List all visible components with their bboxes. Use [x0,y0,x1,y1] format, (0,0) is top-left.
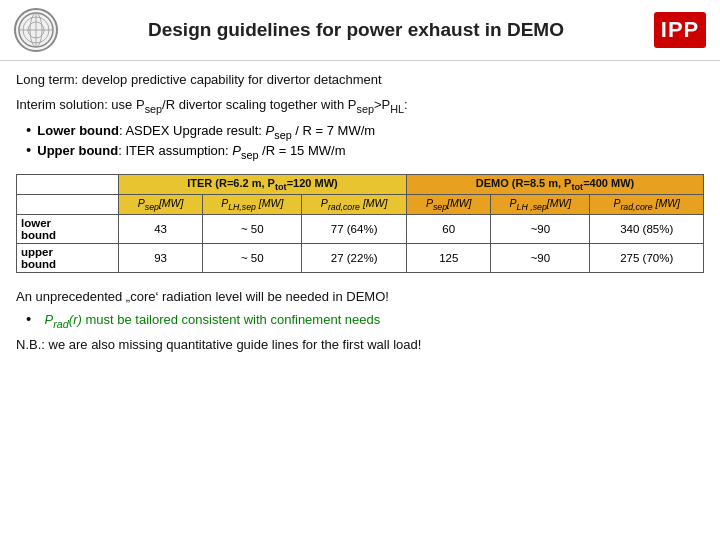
iter-col-psep: Psep[MW] [118,195,202,215]
table-row-upper: upperbound 93 ~ 50 27 (22%) 125 ~90 275 … [17,244,704,273]
para-unprecedented: An unprecedented „core‘ radiation level … [16,288,704,307]
demo-upper-prad: 275 (70%) [590,244,704,273]
iter-lower-psep: 43 [118,215,202,244]
data-table: ITER (R=6.2 m, Ptot=120 MW) DEMO (R=8.5 … [16,174,704,273]
bullet-upper-bound: • Upper bound: ITER assumption: Psep /R … [26,142,704,161]
header: Design guidelines for power exhaust in D… [0,0,720,61]
para-long-term: Long term: develop predictive capability… [16,71,704,90]
demo-lower-psep: 60 [407,215,491,244]
bullet-lower-text: Lower bound: ASDEX Upgrade result: Psep … [37,123,375,141]
bullet-list-2: • Prad(r) must be tailored consistent wi… [26,311,704,332]
demo-col-prad: Prad,core [MW] [590,195,704,215]
demo-header: DEMO (R=8.5 m, Ptot=400 MW) [407,174,704,194]
demo-upper-plh: ~90 [491,244,590,273]
corner-cell [17,174,119,194]
bullet-prad-text: Prad(r) must be tailored consistent with… [37,312,380,330]
iter-header: ITER (R=6.2 m, Ptot=120 MW) [118,174,406,194]
iter-upper-psep: 93 [118,244,202,273]
iter-col-prad: Prad,core [MW] [302,195,407,215]
demo-upper-psep: 125 [407,244,491,273]
iter-upper-prad: 27 (22%) [302,244,407,273]
ipp-logo: IPP [654,12,706,48]
bullet-list: • Lower bound: ASDEX Upgrade result: Pse… [26,122,704,163]
row-label-upper: upperbound [17,244,119,273]
page: Design guidelines for power exhaust in D… [0,0,720,540]
iter-upper-plh: ~ 50 [203,244,302,273]
institution-logo [14,8,58,52]
row-label-lower: lowerbound [17,215,119,244]
sub-corner-cell [17,195,119,215]
iter-col-plh: PLH,sep [MW] [203,195,302,215]
demo-col-psep: Psep[MW] [407,195,491,215]
demo-lower-plh: ~90 [491,215,590,244]
demo-lower-prad: 340 (85%) [590,215,704,244]
bullet-upper-text: Upper bound: ITER assumption: Psep /R = … [37,143,345,161]
iter-lower-plh: ~ 50 [203,215,302,244]
page-title: Design guidelines for power exhaust in D… [58,19,654,41]
bullet-lower-bound: • Lower bound: ASDEX Upgrade result: Pse… [26,122,704,141]
table-row-lower: lowerbound 43 ~ 50 77 (64%) 60 ~90 340 (… [17,215,704,244]
bullet-dot-2: • [26,142,31,157]
data-table-wrap: ITER (R=6.2 m, Ptot=120 MW) DEMO (R=8.5 … [16,174,704,273]
para-interim: Interim solution: use Psep/R divertor sc… [16,95,704,117]
iter-lower-prad: 77 (64%) [302,215,407,244]
demo-col-plh: PLH ,sep[MW] [491,195,590,215]
bottom-section: An unprecedented „core‘ radiation level … [16,288,704,354]
para-nb: N.B.: we are also missing quantitative g… [16,336,704,355]
bullet-prad: • Prad(r) must be tailored consistent wi… [26,311,704,330]
main-content: Long term: develop predictive capability… [0,61,720,540]
bullet-dot-3: • [26,311,31,326]
bullet-dot-1: • [26,122,31,137]
